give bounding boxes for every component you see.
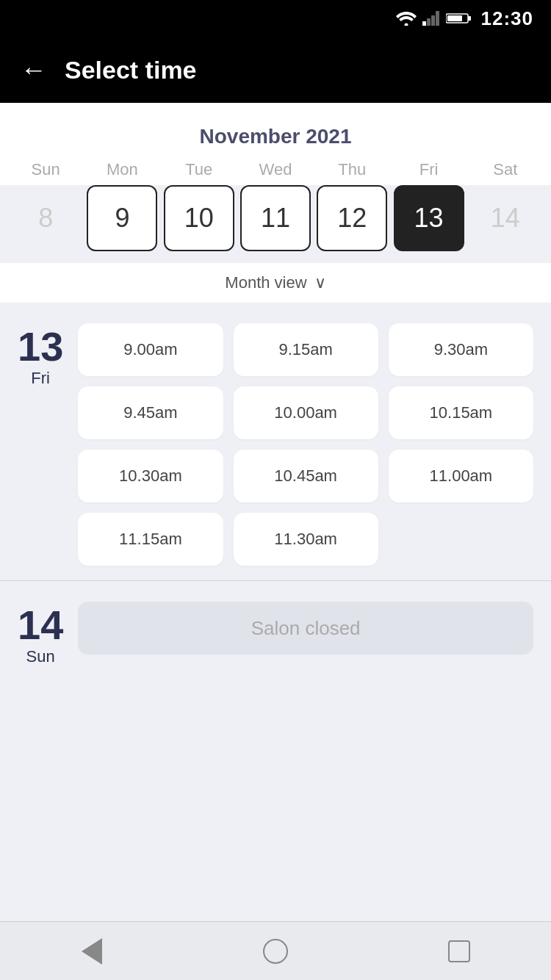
day-section-13: 13 Fri 9.00am 9.15am 9.30am 9.45am 10.00… — [0, 303, 551, 580]
home-nav-icon — [263, 939, 288, 964]
salon-closed-box: Salon closed — [78, 602, 533, 655]
date-14[interactable]: 14 — [470, 185, 541, 251]
chevron-down-icon: ∨ — [314, 273, 326, 292]
time-grid-13: 9.00am 9.15am 9.30am 9.45am 10.00am 10.1… — [78, 323, 533, 566]
day-number-14: 14 — [18, 605, 63, 646]
time-slot-915am[interactable]: 9.15am — [234, 323, 378, 376]
time-slot-1045am[interactable]: 10.45am — [234, 450, 378, 502]
app-header: ← Select time — [0, 37, 551, 103]
time-slot-1100am[interactable]: 11.00am — [389, 450, 533, 502]
svg-rect-2 — [427, 18, 431, 26]
time-slot-930am[interactable]: 9.30am — [389, 323, 533, 376]
weekday-mon: Mon — [87, 160, 157, 179]
day-number-col-13: 13 Fri — [18, 323, 63, 388]
svg-rect-7 — [447, 15, 462, 21]
time-slot-1015am[interactable]: 10.15am — [389, 386, 533, 439]
signal-icon — [422, 11, 440, 26]
page-title: Select time — [65, 56, 197, 84]
time-slot-1030am[interactable]: 10.30am — [78, 450, 223, 502]
weekday-fri: Fri — [394, 160, 464, 179]
weekday-tue: Tue — [164, 160, 234, 179]
date-11[interactable]: 11 — [240, 185, 311, 251]
back-button[interactable]: ← — [21, 57, 47, 83]
day-name-13: Fri — [31, 369, 50, 388]
time-slot-900am[interactable]: 9.00am — [78, 323, 223, 376]
date-8[interactable]: 8 — [10, 185, 81, 251]
time-slot-1115am[interactable]: 11.15am — [78, 513, 223, 566]
nav-back-button[interactable] — [70, 929, 114, 973]
month-view-label: Month view — [225, 273, 306, 292]
status-icons — [396, 11, 472, 26]
back-nav-icon — [82, 938, 102, 965]
svg-point-0 — [404, 24, 408, 26]
weekday-wed: Wed — [240, 160, 311, 179]
calendar-section: November 2021 Sun Mon Tue Wed Thu Fri Sa… — [0, 103, 551, 303]
svg-rect-4 — [436, 11, 439, 26]
status-bar: 12:30 — [0, 0, 551, 37]
date-13[interactable]: 13 — [394, 185, 464, 251]
date-12[interactable]: 12 — [317, 185, 387, 251]
battery-icon — [446, 11, 472, 26]
date-row: 8 9 10 11 12 13 14 — [0, 185, 551, 263]
time-slots-container: 13 Fri 9.00am 9.15am 9.30am 9.45am 10.00… — [0, 303, 551, 921]
time-slot-945am[interactable]: 9.45am — [78, 386, 223, 439]
wifi-icon — [396, 11, 417, 26]
salon-closed-label: Salon closed — [251, 617, 361, 640]
time-slot-1000am[interactable]: 10.00am — [234, 386, 378, 439]
svg-rect-6 — [468, 16, 471, 21]
day-name-14: Sun — [26, 647, 55, 666]
day-number-13: 13 — [18, 326, 63, 367]
weekday-sat: Sat — [470, 160, 541, 179]
nav-recents-button[interactable] — [437, 929, 481, 973]
status-time: 12:30 — [481, 7, 534, 30]
svg-rect-3 — [431, 15, 435, 26]
weekday-thu: Thu — [317, 160, 387, 179]
weekday-sun: Sun — [10, 160, 81, 179]
recents-nav-icon — [448, 940, 470, 962]
weekday-row: Sun Mon Tue Wed Thu Fri Sat — [0, 160, 551, 179]
svg-rect-1 — [422, 21, 426, 26]
month-label: November 2021 — [0, 118, 551, 160]
nav-home-button[interactable] — [253, 929, 298, 973]
time-slot-1130am[interactable]: 11.30am — [234, 513, 378, 566]
day-section-14: 14 Sun Salon closed — [0, 581, 551, 681]
date-9[interactable]: 9 — [87, 185, 157, 251]
date-10[interactable]: 10 — [164, 185, 234, 251]
month-view-toggle[interactable]: Month view ∨ — [0, 263, 551, 303]
nav-bar — [0, 921, 551, 980]
day-number-col-14: 14 Sun — [18, 602, 63, 666]
